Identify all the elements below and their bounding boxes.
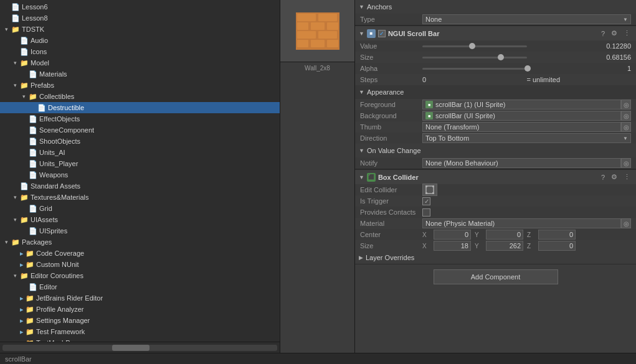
direction-value: Top To Bottom bbox=[425, 134, 469, 142]
ngui-enabled-checkbox[interactable]: ✓ bbox=[378, 30, 386, 37]
tree-item[interactable]: ▾📁Model bbox=[0, 57, 280, 68]
folder-icon: 📄 bbox=[29, 205, 37, 213]
tree-item[interactable]: 📄Editor bbox=[0, 281, 280, 292]
ngui-icon: ■ bbox=[367, 29, 376, 38]
ngui-scrollbar-header[interactable]: ▼ ■ ✓ NGUI Scroll Bar ? ⚙ ⋮ bbox=[355, 26, 636, 40]
alpha-slider-track[interactable] bbox=[422, 68, 527, 70]
tree-item[interactable]: ▾📁TDSTK bbox=[0, 24, 280, 35]
on-value-change-arrow: ▼ bbox=[359, 147, 364, 154]
tree-item[interactable]: ▸ 📁Profile Analyzer bbox=[0, 304, 280, 315]
tree-item-label: Grid bbox=[39, 205, 52, 212]
tree-item[interactable]: 📄Grid bbox=[0, 203, 280, 214]
tree-item[interactable]: ▾📁Packages bbox=[0, 236, 280, 248]
tree-item[interactable]: ▾📁UIAssets bbox=[0, 214, 280, 225]
foreground-sprite-label: scrollBar (1) (UI Sprite) bbox=[435, 101, 505, 108]
appearance-header[interactable]: ▼ Appearance bbox=[355, 85, 636, 99]
add-component-button[interactable]: Add Component bbox=[434, 269, 558, 284]
tree-item[interactable]: ▸ 📁JetBrains Rider Editor bbox=[0, 292, 280, 304]
size-label: Size bbox=[360, 54, 422, 61]
tree-item-label: ShootObjects bbox=[39, 138, 80, 145]
center-x-field[interactable]: 0 bbox=[434, 230, 471, 240]
ngui-help-btn[interactable]: ? bbox=[599, 29, 607, 38]
tree-item[interactable]: 📄Units_Player bbox=[0, 158, 280, 169]
tree-item[interactable]: ▾📁Prefabs bbox=[0, 80, 280, 91]
tree-item[interactable]: 📄Weapons bbox=[0, 169, 280, 180]
center-y-field[interactable]: 0 bbox=[486, 230, 523, 240]
box-collider-help-btn[interactable]: ? bbox=[599, 173, 607, 182]
notify-label: Notify bbox=[360, 159, 422, 167]
tree-area[interactable]: 📄Lesson6 📄Lesson8▾📁TDSTK 📄Audio 📄Icons▾📁… bbox=[0, 0, 280, 342]
value-slider-track[interactable] bbox=[422, 45, 527, 47]
background-target-btn[interactable]: ◎ bbox=[621, 111, 631, 121]
notify-target-btn[interactable]: ◎ bbox=[621, 158, 631, 168]
layer-overrides-header[interactable]: ▶ Layer Overrides bbox=[355, 251, 636, 264]
tree-item[interactable]: 📄Audio bbox=[0, 35, 280, 46]
tree-item[interactable]: 📄Destructible bbox=[0, 102, 280, 113]
svg-rect-1 bbox=[297, 14, 316, 21]
right-panel[interactable]: ▼ Anchors Type None ▼ ▼ ■ ✓ NGUI Scroll … bbox=[355, 0, 636, 353]
tree-item[interactable]: 📄Units_AI bbox=[0, 147, 280, 158]
tree-item[interactable]: ▸ 📁Settings Manager bbox=[0, 315, 280, 326]
material-field[interactable]: None (Physic Material) bbox=[422, 218, 621, 228]
on-value-change-header[interactable]: ▼ On Value Change bbox=[355, 144, 636, 157]
foreground-target-btn[interactable]: ◎ bbox=[621, 100, 631, 110]
material-target-btn[interactable]: ◎ bbox=[621, 218, 631, 228]
thumb-target-btn[interactable]: ◎ bbox=[621, 122, 631, 132]
tree-item[interactable]: 📄Materials bbox=[0, 68, 280, 80]
center-z-field[interactable]: 0 bbox=[538, 230, 576, 240]
box-collider-section: ▼ ⬛ Box Collider ? ⚙ ⋮ Edit Collider bbox=[355, 169, 636, 264]
thumb-field[interactable]: None (Transform) bbox=[422, 122, 621, 132]
background-sprite-field[interactable]: ■ scrollBar (UI Sprite) bbox=[422, 111, 621, 121]
size-y-field[interactable]: 262 bbox=[486, 241, 523, 251]
tree-item[interactable]: ▾📁Editor Coroutines bbox=[0, 270, 280, 281]
tree-arrow-icon: ▾ bbox=[22, 93, 29, 100]
tree-item[interactable]: ▾📁Textures&Materials bbox=[0, 192, 280, 203]
notify-field[interactable]: None (Mono Behaviour) bbox=[422, 158, 621, 168]
ngui-menu-btn[interactable]: ⋮ bbox=[622, 29, 632, 38]
box-collider-menu-btn[interactable]: ⋮ bbox=[622, 172, 632, 182]
size-z-field[interactable]: 0 bbox=[538, 241, 576, 251]
tree-item[interactable]: ▸ 📁Custom NUnit bbox=[0, 259, 280, 270]
box-collider-header[interactable]: ▼ ⬛ Box Collider ? ⚙ ⋮ bbox=[355, 169, 636, 184]
tree-item[interactable]: 📄SceneComponent bbox=[0, 124, 280, 136]
ngui-scrollbar-title: NGUI Scroll Bar bbox=[388, 30, 599, 37]
center-label: Center bbox=[360, 231, 422, 238]
type-dropdown[interactable]: None ▼ bbox=[422, 14, 631, 24]
tree-item[interactable]: 📄UISprites bbox=[0, 225, 280, 236]
edit-collider-btn[interactable] bbox=[422, 184, 437, 196]
steps-label: Steps bbox=[360, 76, 422, 83]
direction-dropdown[interactable]: Top To Bottom ▼ bbox=[422, 133, 631, 143]
preview-image bbox=[296, 12, 339, 50]
tree-item[interactable]: ▸ 📁Code Coverage bbox=[0, 248, 280, 259]
tree-item[interactable]: 📄Standard Assets bbox=[0, 180, 280, 192]
steps-row: Steps 0 = unlimited bbox=[355, 74, 636, 85]
size-slider-track[interactable] bbox=[422, 57, 527, 58]
appearance-title: Appearance bbox=[367, 88, 404, 96]
tree-item[interactable]: 📄Lesson8 bbox=[0, 12, 280, 24]
tree-item-label: SceneComponent bbox=[39, 126, 94, 134]
tree-item[interactable]: 📄Icons bbox=[0, 46, 280, 57]
provides-contacts-checkbox[interactable] bbox=[422, 208, 430, 217]
tree-item[interactable]: ▾📁Collectibles bbox=[0, 91, 280, 102]
ngui-settings-btn[interactable]: ⚙ bbox=[609, 29, 619, 38]
notify-row: Notify None (Mono Behaviour) ◎ bbox=[355, 157, 636, 169]
box-collider-settings-btn[interactable]: ⚙ bbox=[609, 172, 619, 182]
size-row: Size 0.68156 bbox=[355, 52, 636, 63]
steps-unlimited: = unlimited bbox=[527, 76, 632, 83]
tree-arrow-icon: ▾ bbox=[14, 82, 20, 88]
anchors-header[interactable]: ▼ Anchors bbox=[355, 0, 636, 14]
tree-item[interactable]: ▸ 📁Test Framework bbox=[0, 326, 280, 337]
tree-item-label: Textures&Materials bbox=[31, 194, 89, 201]
tree-item[interactable]: ▸ 📁TextMeshPro bbox=[0, 337, 280, 342]
is-trigger-checkbox[interactable] bbox=[422, 197, 430, 205]
foreground-row: Foreground ■ scrollBar (1) (UI Sprite) ◎ bbox=[355, 99, 636, 110]
size-x-field[interactable]: 18 bbox=[434, 241, 471, 251]
tree-item[interactable]: 📄EffectObjects bbox=[0, 113, 280, 124]
edit-collider-row: Edit Collider bbox=[355, 184, 636, 195]
tree-arrow-icon: ▾ bbox=[14, 60, 20, 66]
horizontal-scrollbar[interactable] bbox=[2, 345, 277, 351]
tree-item[interactable]: 📄ShootObjects bbox=[0, 136, 280, 147]
foreground-label: Foreground bbox=[360, 101, 422, 108]
tree-item[interactable]: 📄Lesson6 bbox=[0, 1, 280, 12]
foreground-sprite-field[interactable]: ■ scrollBar (1) (UI Sprite) bbox=[422, 100, 621, 110]
